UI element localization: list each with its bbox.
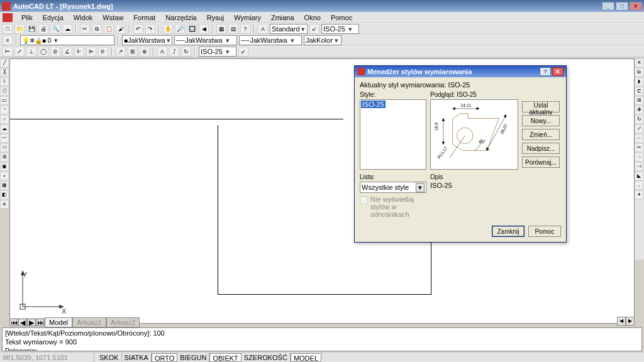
spline-icon[interactable]: 〰 [0,134,9,143]
explode-icon[interactable]: ✦ [635,190,643,199]
polygon-icon[interactable]: ⬠ [0,87,9,96]
menu-plik[interactable]: Plik [16,13,38,23]
dialog-close-button[interactable]: ✕ [552,67,564,76]
zoom-icon[interactable]: 🔎 [175,24,185,34]
dim-diameter-icon[interactable]: ⊘ [50,47,60,57]
minimize-button[interactable]: _ [602,2,614,11]
point-icon[interactable]: • [0,172,9,180]
command-line[interactable]: [Wtekst/Tekst/Kąt/Poziomo/pIonowo/Obróco… [2,327,642,351]
line-icon[interactable]: ╱ [0,58,9,67]
props-icon[interactable]: ▦ [216,24,226,34]
tab-prev[interactable]: ◀ [18,319,27,326]
toggle-biegun[interactable]: BIEGUN [177,353,209,362]
mirror-icon[interactable]: ◗ [635,77,643,86]
menu-zmiana[interactable]: Zmiana [266,13,299,23]
hatch-icon[interactable]: ▦ [0,181,9,190]
dim-leader-icon[interactable]: ↗ [116,47,126,57]
offset-icon[interactable]: ⊏ [635,87,643,96]
dialog-help-button[interactable]: ? [540,67,551,76]
erase-icon[interactable]: ✕ [635,58,643,67]
copy-icon[interactable]: ⧉ [92,24,102,34]
preview-icon[interactable]: 🔍 [50,24,60,34]
layerprops-icon[interactable]: ≡ [3,35,13,45]
dim-ordinate-icon[interactable]: ⊥ [26,47,36,57]
modify-button[interactable]: Zmień... [522,129,560,140]
help-dialog-button[interactable]: Pomoc [528,226,561,237]
undo-icon[interactable]: ↶ [133,24,143,34]
revcloud-icon[interactable]: ☁ [0,124,9,133]
menu-edycja[interactable]: Edycja [38,13,69,23]
dim-style-combo[interactable]: ISO-25▾ [199,47,236,57]
dim-tedit-icon[interactable]: ⤴ [169,47,179,57]
dim-aligned-icon[interactable]: ⤢ [14,47,25,57]
chamfer-icon[interactable]: ◣ [635,172,643,180]
layer-combo[interactable]: 💡❄🔒■ 0▾ [20,35,114,45]
toggle-skok[interactable]: SKOK [97,353,122,362]
toggle-szerokosc[interactable]: SZEROKOŚĆ [242,353,291,362]
paste-icon[interactable]: 📋 [104,24,114,34]
arc-icon[interactable]: ◝ [0,106,9,114]
zoom-prev-icon[interactable]: ◀ [199,24,209,34]
textstyle-combo[interactable]: Standard▾ [270,24,308,34]
copy2-icon[interactable]: ⧉ [635,68,643,77]
dim-continue-icon[interactable]: ⊪ [98,47,108,57]
menu-narzedzia[interactable]: Narzędzia [160,13,202,23]
xline-icon[interactable]: ╳ [0,68,9,77]
print-icon[interactable]: 🖨 [38,24,48,34]
region-icon[interactable]: ◧ [0,190,9,199]
compare-button[interactable]: Porównaj... [522,156,560,168]
trim-icon[interactable]: ✂ [635,143,643,152]
dim-baseline-icon[interactable]: ⊫ [86,47,96,57]
circle-icon[interactable]: ○ [0,115,9,124]
tab-model[interactable]: Model [45,317,72,327]
tab-first[interactable]: ⏮ [9,319,18,326]
toggle-model[interactable]: MODEL [291,353,321,362]
set-current-button[interactable]: Ustal aktualny [522,101,560,112]
extend-icon[interactable]: → [635,153,643,162]
redo-icon[interactable]: ↷ [145,24,155,34]
rotate-icon[interactable]: ↻ [635,115,643,124]
toggle-obiekt[interactable]: OBIEKT [209,353,241,362]
close-button[interactable]: ✕ [630,2,642,11]
dim-linear-icon[interactable]: ⊢ [3,47,13,57]
scale-icon[interactable]: ⤢ [635,124,643,133]
dim-quick-icon[interactable]: ⊩ [74,47,84,57]
stretch-icon[interactable]: ↔ [635,134,643,143]
insert-icon[interactable]: ⊞ [0,153,9,162]
match-icon[interactable]: 🖌 [116,24,126,34]
open-icon[interactable]: 📁 [14,24,25,34]
textstyle-icon[interactable]: A [258,24,268,34]
maximize-button[interactable]: □ [616,2,628,11]
dialog-titlebar[interactable]: Menedżer stylów wymiarowania ? ✕ [355,66,566,77]
toggle-siatka[interactable]: SIATKA [122,353,152,362]
lweight-combo[interactable]: ── JakWarstwa▾ [239,35,302,45]
ellipse-icon[interactable]: ⬭ [0,143,9,152]
rectangle-icon[interactable]: ▭ [0,96,9,105]
plotstyle-combo[interactable]: JakKolor▾ [304,35,341,45]
save-icon[interactable]: 💾 [26,24,36,34]
cut-icon[interactable]: ✂ [80,24,90,34]
menu-pomoc[interactable]: Pomoc [326,13,357,23]
tab-layout1[interactable]: Arkusz1 [72,317,106,327]
menu-wymiary[interactable]: Wymiary [229,13,266,23]
array-icon[interactable]: ⊞ [635,96,643,105]
help-icon[interactable]: ? [240,24,250,34]
new-icon[interactable]: □ [3,24,13,34]
dim-tolerance-icon[interactable]: ⊞ [128,47,138,57]
toggle-orto[interactable]: ORTO [152,353,177,362]
dim-style-icon[interactable]: ↙ [238,47,248,57]
dc-icon[interactable]: ▤ [228,24,238,34]
zoom-window-icon[interactable]: 🔲 [187,24,197,34]
dim-update-icon[interactable]: ↻ [181,47,191,57]
move-icon[interactable]: ✥ [635,106,643,114]
menu-wstaw[interactable]: Wstaw [97,13,128,23]
style-item-iso25[interactable]: ISO-25 [361,101,386,108]
break-icon[interactable]: ⊣ [635,162,643,171]
menu-rysuj[interactable]: Rysuj [202,13,230,23]
pline-icon[interactable]: ⌇ [0,77,9,86]
color-combo[interactable]: ■ JakWarstwa▾ [122,35,172,45]
menu-okno[interactable]: Okno [299,13,326,23]
block-icon[interactable]: ▣ [0,162,9,171]
tab-last[interactable]: ⏭ [36,319,45,326]
dimstyle-combo[interactable]: ISO-25▾ [321,24,359,34]
